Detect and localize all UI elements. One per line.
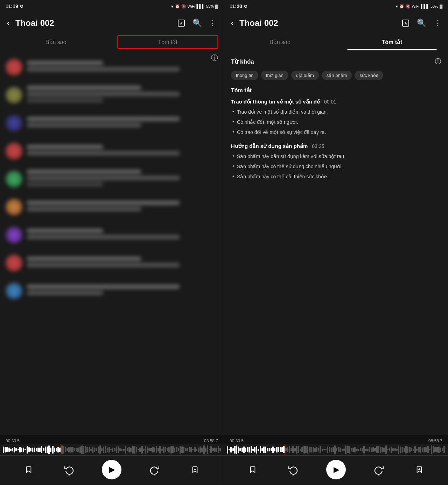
time-row-right: 00:30.5 08:58.7 [224, 435, 448, 444]
forward-5-button-right[interactable]: 5 [371, 462, 386, 477]
keyword-tag-1[interactable]: thời gian [261, 71, 288, 80]
bullet-item-0-2: • Có trao đổi về một số sự việc đã xảy r… [231, 129, 441, 136]
svg-text:A: A [180, 21, 183, 25]
rewind-5-button-right[interactable]: 5 [286, 462, 301, 477]
list-item [0, 249, 224, 277]
list-item [0, 221, 224, 249]
topic-title-0: Trao đổi thông tin về một số vấn đề [231, 99, 320, 105]
avatar [6, 255, 22, 271]
top-bar-left: ‹ Thoai 002 A 🔍 ⋮ [0, 13, 224, 34]
search-button-left[interactable]: 🔍 [190, 16, 205, 30]
rewind-5-button-left[interactable]: 5 [62, 462, 77, 477]
avatar [6, 199, 22, 215]
top-bar-right: ‹ Thoai 002 A 🔍 ⋮ [224, 13, 448, 34]
waveform-left[interactable] [0, 444, 224, 455]
messages-list [0, 50, 224, 435]
signal-icon-right: ▌▌▌ [421, 4, 429, 8]
more-button-right[interactable]: ⋮ [430, 16, 444, 30]
list-item [0, 53, 224, 81]
player-bar-left: 00:30.5 08:58.7 [0, 435, 224, 485]
play-button-left[interactable]: ▶ [102, 460, 121, 479]
summary-section-title: Tóm tắt [231, 87, 441, 94]
page-title-right: Thoai 002 [239, 18, 396, 28]
keyword-tag-2[interactable]: địa điểm [291, 71, 319, 80]
alarm-icon: ⏰ [175, 4, 180, 9]
time-end-right: 08:58.7 [428, 438, 442, 443]
font-size-button-left[interactable]: A [174, 16, 188, 30]
bullet-item-1-2: • Sản phẩm này có thể cải thiện sức khỏe… [231, 173, 441, 180]
tabs-right: Bản sao Tóm tắt [224, 34, 448, 50]
play-button-right[interactable]: ▶ [326, 460, 346, 479]
avatar [6, 115, 22, 131]
topic-block-1: Hướng dẫn sử dụng sản phẩm 03:25 • Sản p… [231, 143, 441, 180]
message-content [27, 170, 218, 188]
message-content [27, 61, 218, 73]
battery-right: 53% [430, 4, 438, 8]
signal-icon: ▌▌▌ [197, 4, 205, 8]
alarm-icon-right: ⏰ [399, 4, 404, 9]
status-bar-left: 11:19 ↻ ♥ ⏰ 🔇 WiFi ▌▌▌ 53% ▓ [0, 0, 224, 13]
topic-time-0: 00:01 [324, 99, 336, 105]
avatar [6, 171, 22, 187]
time-start-right: 00:30.5 [230, 438, 244, 443]
forward-5-button-left[interactable]: 5 [147, 462, 162, 477]
bookmark-button-left[interactable] [21, 462, 36, 477]
status-bar-right: 11:20 ↻ ♥ ⏰ 🔇 WiFi ▌▌▌ 53% ▓ [224, 0, 448, 13]
list-item [0, 81, 224, 109]
controls-right: 5 ▶ 5 [224, 456, 448, 485]
time-start-left: 00:30.5 [6, 438, 20, 443]
bookmark-button-right[interactable] [245, 462, 260, 477]
back-button-right[interactable]: ‹ [228, 15, 237, 31]
topic-header-0: Trao đổi thông tin về một số vấn đề 00:0… [231, 99, 441, 105]
battery-left: 53% [206, 4, 214, 8]
heart-icon-right: ♥ [396, 4, 398, 8]
avatar [6, 143, 22, 159]
message-content [27, 145, 218, 157]
info-icon-right[interactable]: ⓘ [435, 57, 441, 66]
screen-right: 11:20 ↻ ♥ ⏰ 🔇 WiFi ▌▌▌ 53% ▓ ‹ Thoai 002 [224, 0, 448, 485]
top-icons-left: A 🔍 ⋮ [174, 16, 219, 30]
bullet-item-0-1: • Có nhắc đến một số người. [231, 119, 441, 126]
avatar [6, 283, 22, 299]
keyword-tag-4[interactable]: sức khỏe [355, 71, 383, 80]
bullet-item-1-0: • Sản phẩm này cần sử dụng kèm với sữa b… [231, 153, 441, 160]
svg-text:A: A [405, 21, 407, 25]
add-clip-button-left[interactable] [187, 462, 203, 477]
mute-icon-right: 🔇 [406, 4, 411, 9]
top-icons-right: A 🔍 ⋮ [399, 16, 444, 30]
avatar [6, 59, 22, 76]
tab-ban-sao-left[interactable]: Bản sao [0, 34, 112, 50]
tabs-left: Bản sao Tóm tắt [0, 34, 224, 50]
play-icon-left: ▶ [109, 465, 115, 474]
keyword-tag-0[interactable]: thông tin [231, 71, 258, 80]
message-content [27, 201, 218, 213]
back-button-left[interactable]: ‹ [4, 15, 13, 31]
battery-icon-left: ▓ [215, 4, 218, 8]
tab-tom-tat-left[interactable]: Tóm tắt [112, 34, 224, 50]
list-item [0, 137, 224, 165]
keywords-section-title: Từ khóa ⓘ [231, 57, 441, 66]
bullet-item-0-0: • Trao đổi về một số địa điểm và thời gi… [231, 108, 441, 116]
waveform-right[interactable] [224, 444, 448, 455]
mute-icon: 🔇 [181, 4, 186, 9]
list-item [0, 193, 224, 221]
list-item [0, 165, 224, 193]
screen-left: 11:19 ↻ ♥ ⏰ 🔇 WiFi ▌▌▌ 53% ▓ ‹ Thoai 002 [0, 0, 224, 485]
heart-icon: ♥ [171, 4, 174, 8]
keywords-row: thông tin thời gian địa điểm sản phẩm sứ… [231, 71, 441, 80]
keyword-tag-3[interactable]: sản phẩm [322, 71, 352, 80]
more-button-left[interactable]: ⋮ [206, 16, 219, 30]
bullet-item-1-1: • Sản phẩm này có thể sử dụng cho nhiều … [231, 163, 441, 170]
tab-ban-sao-right[interactable]: Bản sao [224, 34, 336, 50]
tab-tom-tat-right[interactable]: Tóm tắt [336, 34, 448, 50]
play-icon-right: ▶ [334, 465, 340, 474]
font-size-button-right[interactable]: A [399, 16, 413, 30]
controls-left: 5 ▶ 5 [0, 456, 224, 485]
content-area-left: ⓘ [0, 50, 224, 435]
content-area-right: Từ khóa ⓘ thông tin thời gian địa điểm s… [224, 50, 448, 435]
playhead-left [61, 444, 61, 455]
search-button-right[interactable]: 🔍 [414, 16, 429, 30]
add-clip-button-right[interactable] [412, 462, 427, 477]
topic-header-1: Hướng dẫn sử dụng sản phẩm 03:25 [231, 143, 441, 149]
message-content [27, 285, 218, 297]
